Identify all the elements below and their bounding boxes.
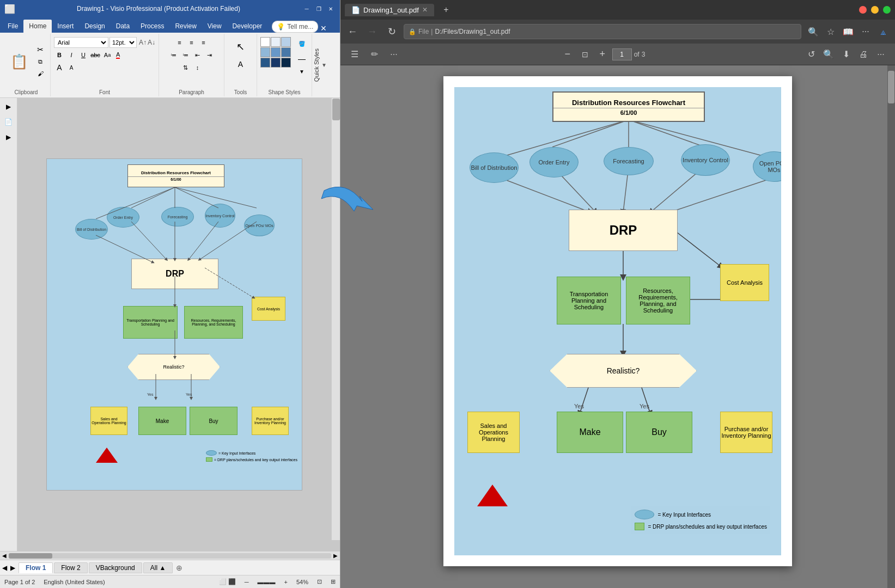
- quick-style-4[interactable]: [260, 47, 270, 57]
- new-tab-button[interactable]: +: [439, 2, 454, 17]
- ribbon-close-button[interactable]: ✕: [320, 24, 327, 33]
- fit-page-toggle[interactable]: ⊡: [577, 47, 593, 62]
- subscript-button[interactable]: Aa: [102, 50, 113, 60]
- tab-home[interactable]: Home: [23, 20, 52, 33]
- browser-minimize[interactable]: [859, 6, 867, 14]
- copy-button[interactable]: ⧉: [34, 56, 47, 67]
- fill-color-button[interactable]: 🪣: [295, 37, 308, 50]
- visio-diagram-page[interactable]: Yes Yes Distribution Resources Flowchart…: [46, 158, 302, 491]
- font-shrink-button[interactable]: A↓: [148, 39, 155, 46]
- font-grow-button[interactable]: A↑: [139, 39, 147, 46]
- browser-maximize[interactable]: [871, 6, 879, 14]
- browser-forward-button[interactable]: →: [364, 24, 380, 39]
- zoom-in-icon[interactable]: 🔍: [806, 24, 821, 39]
- pdf-menu-button[interactable]: ☰: [347, 47, 362, 62]
- favorites-icon[interactable]: ☆: [823, 24, 838, 39]
- minimize-button[interactable]: ─: [302, 4, 312, 14]
- underline-button[interactable]: U: [78, 50, 89, 60]
- quick-style-3[interactable]: [281, 37, 291, 47]
- decrease-indent-button[interactable]: ⇤: [192, 50, 203, 60]
- pdf-more-options[interactable]: ···: [873, 47, 888, 62]
- shapes-panel-button[interactable]: ▶: [2, 131, 15, 144]
- search-pdf-button[interactable]: 🔍: [821, 47, 836, 62]
- font-name-select[interactable]: Arial: [54, 37, 108, 48]
- browser-close[interactable]: [883, 6, 891, 14]
- add-sheet-button[interactable]: ⊕: [174, 562, 185, 573]
- download-button[interactable]: ⬇: [838, 47, 854, 62]
- browser-back-button[interactable]: ←: [345, 24, 360, 39]
- align-right-button[interactable]: ≡: [198, 37, 209, 48]
- sheet-tab-flow2[interactable]: Flow 2: [54, 562, 87, 573]
- page-number-input[interactable]: 1: [612, 48, 632, 60]
- align-center-button[interactable]: ≡: [186, 37, 197, 48]
- pdf-url-bar[interactable]: 🔒 File | D:/Files/Drawing1_out.pdf: [404, 24, 801, 39]
- tell-me-bar[interactable]: 💡 Tell me...: [272, 21, 318, 33]
- rotate-button[interactable]: ↺: [803, 47, 819, 62]
- tab-file[interactable]: File: [2, 20, 23, 33]
- tab-design[interactable]: Design: [79, 20, 110, 33]
- scroll-right-button[interactable]: ▶: [333, 553, 338, 559]
- sheet-tab-all[interactable]: All ▲: [143, 562, 173, 573]
- paste-button[interactable]: 📋: [5, 45, 33, 78]
- pdf-tab-close-button[interactable]: ✕: [422, 6, 428, 14]
- reading-view-icon[interactable]: 📖: [841, 24, 856, 39]
- horizontal-scrollbar[interactable]: ◀ ▶: [0, 551, 340, 560]
- tab-developer[interactable]: Developer: [227, 20, 268, 33]
- quick-style-8[interactable]: [271, 58, 281, 68]
- pages-panel-button[interactable]: 📄: [2, 115, 15, 128]
- pdf-draw-button[interactable]: ✏: [367, 47, 382, 62]
- ribbon-scroll-button[interactable]: ▼: [320, 34, 328, 96]
- normal-view-icon[interactable]: ⬜: [219, 578, 227, 585]
- sheet-tab-vbackground[interactable]: VBackground: [89, 562, 142, 573]
- sheet-nav-left[interactable]: ◀: [2, 564, 7, 572]
- quick-style-5[interactable]: [271, 47, 281, 57]
- decrease-font-button[interactable]: A: [66, 62, 77, 73]
- numbered-list-button[interactable]: ≔: [180, 50, 191, 60]
- expand-sidebar-button[interactable]: ▶: [2, 100, 15, 113]
- pdf-scroll-thumb[interactable]: [888, 71, 894, 103]
- font-size-select[interactable]: 12pt.: [109, 37, 137, 48]
- diagram-canvas[interactable]: Yes Yes Distribution Resources Flowchart…: [17, 98, 331, 551]
- page-break-view-icon[interactable]: ⬛: [228, 578, 236, 585]
- tab-insert[interactable]: Insert: [52, 20, 79, 33]
- pdf-more-button[interactable]: ···: [386, 47, 401, 62]
- fit-width-button[interactable]: ⊞: [331, 578, 336, 585]
- tab-process[interactable]: Process: [135, 20, 169, 33]
- strikethrough-button[interactable]: abc: [90, 50, 101, 60]
- text-tool-button[interactable]: A: [231, 59, 251, 70]
- close-button[interactable]: ✕: [326, 4, 336, 14]
- restore-button[interactable]: ❐: [314, 4, 324, 14]
- zoom-in-button[interactable]: +: [595, 47, 610, 62]
- browser-refresh-button[interactable]: ↻: [384, 24, 399, 39]
- pdf-scrollbar[interactable]: [887, 65, 895, 588]
- line-spacing-button[interactable]: ↕: [192, 62, 203, 73]
- zoom-slider[interactable]: ▬▬▬: [258, 579, 276, 585]
- sheet-nav-right[interactable]: ▶: [10, 564, 15, 572]
- zoom-out-button[interactable]: −: [560, 47, 575, 62]
- fit-page-button[interactable]: ⊡: [317, 578, 322, 585]
- quick-style-1[interactable]: [260, 37, 270, 47]
- zoom-minus[interactable]: ─: [245, 579, 249, 585]
- align-left-button[interactable]: ≡: [174, 37, 185, 48]
- font-color-button[interactable]: A: [116, 51, 120, 59]
- vertical-scrollbar[interactable]: [331, 98, 340, 540]
- scroll-left-button[interactable]: ◀: [2, 553, 7, 559]
- edge-icon[interactable]: ⟁: [875, 24, 891, 39]
- quick-style-7[interactable]: [260, 58, 270, 68]
- increase-font-button[interactable]: A: [54, 62, 65, 73]
- sheet-tab-flow1[interactable]: Flow 1: [19, 562, 53, 573]
- more-tools-button[interactable]: ···: [858, 24, 873, 39]
- bold-button[interactable]: B: [54, 50, 65, 60]
- pdf-browser-tab[interactable]: 📄 Drawing1_out.pdf ✕: [345, 4, 434, 16]
- pointer-tool-button[interactable]: ↖: [231, 37, 251, 57]
- tab-data[interactable]: Data: [111, 20, 135, 33]
- line-color-button[interactable]: —: [295, 52, 308, 65]
- increase-indent-button[interactable]: ⇥: [204, 50, 215, 60]
- more-styles-button[interactable]: ▼: [295, 68, 308, 75]
- cut-button[interactable]: ✂: [34, 44, 47, 55]
- quick-style-9[interactable]: [281, 58, 291, 68]
- h-scroll-thumb[interactable]: [9, 553, 52, 559]
- italic-button[interactable]: I: [66, 50, 77, 60]
- tab-review[interactable]: Review: [169, 20, 202, 33]
- h-scroll-track[interactable]: [9, 553, 331, 559]
